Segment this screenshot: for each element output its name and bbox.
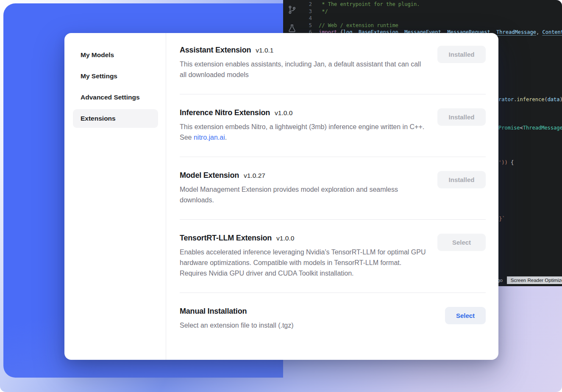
extension-version: v1.0.0 <box>275 109 292 117</box>
code-fragment: rator.inference(data)); <box>498 97 562 102</box>
extension-info: TensortRT-LLM Extension v1.0.0 Enables a… <box>180 234 428 279</box>
extension-info: Model Extension v1.0.27 Model Management… <box>180 171 428 205</box>
extension-row: TensortRT-LLM Extension v1.0.0 Enables a… <box>180 220 486 293</box>
line-number: 5 <box>303 22 312 29</box>
extension-description: Select an extension file to install (.tg… <box>180 320 294 331</box>
source-control-icon[interactable] <box>287 5 297 14</box>
extension-description: Enables accelerated inference leveraging… <box>180 247 428 279</box>
extension-version: v1.0.27 <box>244 172 265 179</box>
extension-name: TensortRT-LLM Extension <box>180 234 272 243</box>
line-number: 2 <box>303 1 312 8</box>
line-number: 4 <box>303 15 312 22</box>
extension-version: v1.0.1 <box>256 47 273 54</box>
description-text: Model Management Extension provides mode… <box>180 186 398 204</box>
extension-description: Model Management Extension provides mode… <box>180 184 428 205</box>
code-line: 4 <box>303 15 562 22</box>
extension-info: Inference Nitro Extension v1.0.0 This ex… <box>180 108 428 143</box>
extension-name: Model Extension <box>180 171 239 180</box>
description-text: Select an extension file to install (.tg… <box>180 322 294 329</box>
extension-description: This extension enables assistants, inclu… <box>180 59 428 80</box>
extension-action-button[interactable]: Installed <box>437 46 486 63</box>
extension-row: Model Extension v1.0.27 Model Management… <box>180 157 486 220</box>
sidebar-item-label: My Models <box>81 51 114 59</box>
extension-title-line: Inference Nitro Extension v1.0.0 <box>180 108 428 117</box>
extension-info: Assistant Extension v1.0.1 This extensio… <box>180 46 428 80</box>
sidebar-item-advanced-settings[interactable]: Advanced Settings <box>73 88 158 107</box>
line-number: 3 <box>303 8 312 15</box>
screen-reader-status[interactable]: Screen Reader Optimized <box>507 276 562 284</box>
code-fragment: ')) { <box>498 160 514 166</box>
description-text: This extension enables assistants, inclu… <box>180 61 421 78</box>
extension-row: Assistant Extension v1.0.1 This extensio… <box>180 46 486 94</box>
sidebar-item-label: Extensions <box>81 115 116 122</box>
extension-row: Manual Installation Select an extension … <box>180 293 486 345</box>
sidebar-item-extensions[interactable]: Extensions <box>73 109 158 128</box>
settings-modal: My Models My Settings Advanced Settings … <box>64 33 498 360</box>
extension-name: Assistant Extension <box>180 46 251 55</box>
description-suffix: . <box>225 134 227 141</box>
extension-version: v1.0.0 <box>276 235 294 242</box>
code-lines: 2 * The entrypoint for the plugin.3 */4 … <box>303 1 562 36</box>
sidebar-item-label: My Settings <box>81 72 117 80</box>
extension-description: This extension embeds Nitro, a lightweig… <box>180 121 428 143</box>
activity-bar <box>287 5 297 33</box>
sidebar-item-my-settings[interactable]: My Settings <box>73 67 158 86</box>
extension-list: Assistant Extension v1.0.1 This extensio… <box>166 33 498 360</box>
extension-link[interactable]: nitro.jan.ai <box>194 134 225 141</box>
code-line: 2 * The entrypoint for the plugin. <box>303 1 562 8</box>
code-fragment: Promise<ThreadMessage> <box>498 125 562 131</box>
code-line: 3 */ <box>303 8 562 15</box>
extension-action-button[interactable]: Installed <box>437 171 486 188</box>
description-text: Enables accelerated inference leveraging… <box>180 248 426 277</box>
sidebar-nav: My Models My Settings Advanced Settings … <box>64 33 166 360</box>
sidebar-item-label: Advanced Settings <box>81 94 140 101</box>
extension-title-line: TensortRT-LLM Extension v1.0.0 <box>180 234 428 243</box>
editor-status-bar: go Screen Reader Optimized <box>497 276 562 284</box>
extension-action-button[interactable]: Select <box>437 234 486 251</box>
extension-title-line: Manual Installation <box>180 307 294 316</box>
sidebar-item-my-models[interactable]: My Models <box>73 46 158 64</box>
beaker-icon[interactable] <box>287 24 297 33</box>
extension-name: Inference Nitro Extension <box>180 108 270 117</box>
extension-name: Manual Installation <box>180 307 247 316</box>
code-line: 5// Web / extension runtime <box>303 22 562 29</box>
extension-row: Inference Nitro Extension v1.0.0 This ex… <box>180 94 486 157</box>
canvas: 2 * The entrypoint for the plugin.3 */4 … <box>0 0 562 392</box>
extension-action-button[interactable]: Installed <box>437 108 486 126</box>
extension-action-button[interactable]: Select <box>445 307 486 324</box>
extension-title-line: Assistant Extension v1.0.1 <box>180 46 428 55</box>
extension-info: Manual Installation Select an extension … <box>180 307 294 331</box>
extension-title-line: Model Extension v1.0.27 <box>180 171 428 180</box>
